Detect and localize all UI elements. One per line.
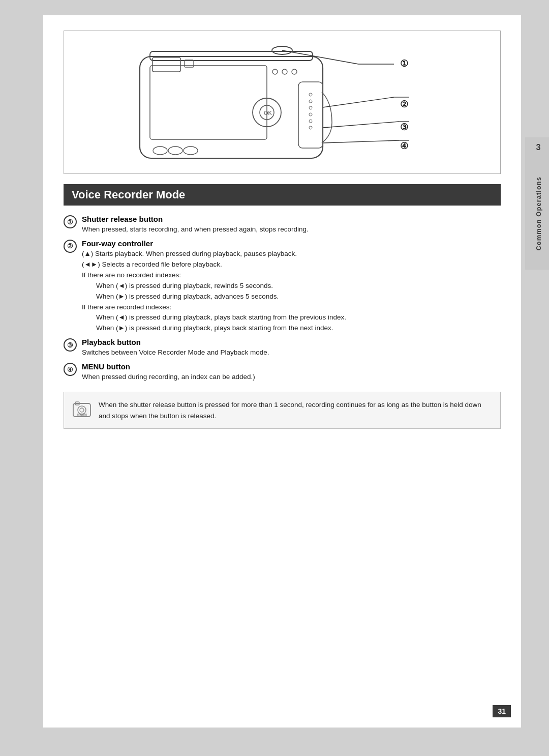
item-4-number: ④ [64,363,77,376]
item-3-desc: Switches between Voice Recorder Mode and… [82,347,501,358]
section-heading: Voice Recorder Mode [64,184,501,206]
side-chapter-number: 3 [525,137,549,158]
item-2-number: ② [64,240,77,253]
page-container: 3 Common Operations [43,15,521,728]
svg-text:②: ② [400,99,408,109]
svg-line-31 [323,140,399,143]
svg-rect-15 [298,82,323,148]
item-2-line-4: When (◄) is pressed during playback, rew… [96,281,501,292]
svg-point-12 [153,147,167,155]
item-3-number: ③ [64,338,77,352]
svg-point-17 [309,100,312,103]
item-3-row: ③ Playback button Switches between Voice… [64,338,501,358]
svg-line-25 [323,97,394,107]
item-1-number: ① [64,215,77,228]
item-2-line-5: When (►) is pressed during playback, adv… [96,292,501,302]
camera-svg-area: OK [74,41,490,163]
memo-text: When the shutter release button is press… [99,399,492,421]
svg-line-22 [282,50,358,64]
memo-icon: memo [72,400,92,420]
item-2-line-6: If there are recorded indexes: [82,303,171,311]
section-title: Voice Recorder Mode [72,188,185,201]
item-2-line-1: (▲) Starts playback. When pressed during… [82,250,297,257]
svg-point-13 [168,147,182,155]
svg-point-21 [309,126,312,129]
item-4-content: MENU button When pressed during recordin… [82,362,501,383]
item-2-line-3: If there are no recorded indexes: [82,271,181,279]
page-number: 31 [493,705,511,717]
camera-diagram: OK [64,31,501,174]
item-4-desc: When pressed during recording, an index … [82,372,501,383]
svg-rect-4 [152,57,180,72]
item-2-line-2: (◄►) Selects a recorded file before play… [82,260,222,268]
svg-text:③: ③ [400,122,408,132]
svg-rect-5 [185,60,194,67]
svg-text:①: ① [400,59,408,69]
svg-text:OK: OK [264,110,272,116]
item-3-content: Playback button Switches between Voice R… [82,338,501,358]
item-1-content: Shutter release button When pressed, sta… [82,215,501,235]
svg-text:④: ④ [400,141,408,151]
svg-point-19 [309,113,312,116]
svg-point-8 [292,69,297,74]
svg-point-16 [309,93,312,96]
item-2-line-7: When (◄) is pressed during playback, pla… [96,312,501,323]
item-1-desc: When pressed, starts recording, and when… [82,224,501,235]
svg-rect-3 [150,66,267,139]
item-3-title: Playback button [82,338,501,346]
svg-point-7 [282,69,287,74]
item-1-title: Shutter release button [82,215,501,223]
svg-point-6 [272,69,278,74]
item-2-line-8: When (►) is pressed during playback, pla… [96,323,501,334]
item-2-content: Four-way controller (▲) Starts playback.… [82,239,501,334]
item-2-title: Four-way controller [82,239,501,248]
svg-text:memo: memo [77,413,87,416]
svg-point-18 [309,106,312,109]
item-4-row: ④ MENU button When pressed during record… [64,362,501,383]
side-tab: Common Operations [525,158,549,270]
item-2-row: ② Four-way controller (▲) Starts playbac… [64,239,501,334]
svg-point-20 [309,120,312,123]
item-4-title: MENU button [82,362,501,371]
svg-line-28 [323,122,399,128]
camera-illustration: OK [109,41,455,163]
memo-box: memo When the shutter release button is … [64,392,501,429]
svg-point-14 [184,147,198,155]
item-1-row: ① Shutter release button When pressed, s… [64,215,501,235]
item-2-desc: (▲) Starts playback. When pressed during… [82,249,501,334]
svg-point-36 [80,408,84,412]
side-tab-label: Common Operations [535,177,542,251]
